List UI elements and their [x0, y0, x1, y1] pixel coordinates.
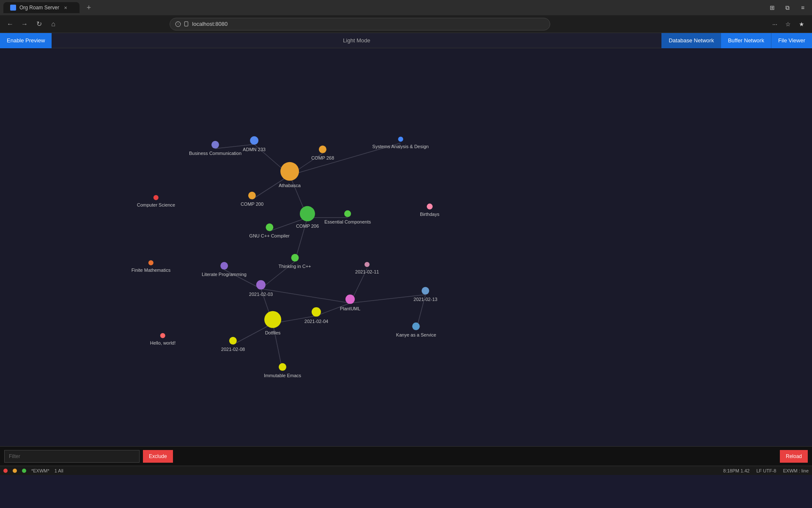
- status-dot-red: [3, 469, 8, 473]
- light-mode-label: Light Mode: [52, 37, 661, 44]
- workspace-name: *EXWM*: [31, 468, 49, 473]
- node-essential-components[interactable]: Essential Components: [324, 210, 371, 225]
- url-display: localhost:8080: [192, 21, 228, 27]
- node-label-athabasca: Athabasca: [279, 182, 301, 188]
- node-circle-gnu-compiler: [266, 224, 273, 231]
- node-circle-2021-02-08: [229, 337, 237, 345]
- node-kanye-service[interactable]: Kanye as a Service: [396, 323, 436, 338]
- tab-close-button[interactable]: ✕: [63, 5, 69, 11]
- node-finite-math[interactable]: Finite Mathematics: [132, 260, 170, 273]
- database-network-button[interactable]: Database Network: [661, 33, 721, 48]
- tab-favicon: [10, 5, 16, 11]
- node-circle-plantuml: [346, 295, 355, 304]
- node-label-comp-200: COMP 200: [241, 201, 263, 207]
- node-circle-systems-analysis: [398, 137, 403, 142]
- node-label-literate-programming: Literate Programming: [202, 271, 247, 277]
- svg-text:i: i: [178, 22, 179, 25]
- back-button[interactable]: ←: [4, 18, 16, 30]
- browser-title-bar: Org Roam Server ✕ + ⊞ ⧉ ≡: [0, 0, 812, 15]
- node-label-essential-components: Essential Components: [324, 219, 371, 225]
- workspace-num: 1 All: [55, 468, 63, 473]
- node-computer-science[interactable]: Computer Science: [137, 195, 176, 208]
- node-circle-birthdays: [427, 204, 433, 210]
- exclude-button[interactable]: Exclude: [143, 450, 173, 463]
- buffer-network-button[interactable]: Buffer Network: [721, 33, 771, 48]
- node-plantuml[interactable]: PlantUML: [340, 295, 360, 312]
- node-circle-2021-02-04: [312, 307, 321, 317]
- node-birthdays[interactable]: Birthdays: [420, 204, 439, 217]
- graph-area: Business CommunicationADMN 233COMP 268Sy…: [0, 48, 812, 446]
- node-thinking-cpp[interactable]: Thinking in C++: [278, 254, 311, 269]
- node-circle-essential-components: [344, 210, 351, 217]
- reload-graph-button[interactable]: Reload: [780, 450, 808, 463]
- node-circle-kanye-service: [412, 323, 420, 330]
- node-2021-02-13[interactable]: 2021-02-13: [414, 287, 437, 302]
- node-systems-analysis[interactable]: Systems Analysis & Design: [372, 137, 428, 149]
- new-tab-button[interactable]: +: [83, 2, 95, 14]
- node-comp-200[interactable]: COMP 200: [241, 192, 263, 207]
- node-admn-233[interactable]: ADMN 233: [243, 136, 266, 152]
- node-label-systems-analysis: Systems Analysis & Design: [372, 144, 428, 149]
- node-2021-02-11[interactable]: 2021-02-11: [355, 262, 379, 275]
- node-label-admn-233: ADMN 233: [243, 146, 266, 152]
- node-athabasca[interactable]: Athabasca: [279, 162, 301, 188]
- node-label-comp-268: COMP 268: [311, 155, 334, 161]
- node-circle-comp-200: [248, 192, 256, 199]
- node-label-comp-206: COMP 206: [296, 223, 319, 229]
- node-circle-2021-02-13: [422, 287, 429, 295]
- window-controls: ⊞ ⧉ ≡: [766, 2, 809, 14]
- node-dotfiles[interactable]: Dotfiles: [264, 311, 281, 336]
- filter-input[interactable]: [4, 450, 140, 463]
- node-circle-business-communication: [211, 141, 219, 149]
- status-bar: *EXWM* 1 All 8:18PM 1.42 LF UTF-8 EXWM :…: [0, 466, 812, 475]
- bookmark-icon[interactable]: ☆: [782, 18, 794, 30]
- node-comp-268[interactable]: COMP 268: [311, 146, 334, 161]
- node-label-computer-science: Computer Science: [137, 202, 176, 208]
- node-circle-2021-02-03: [256, 280, 266, 290]
- window-restore-icon[interactable]: ⧉: [782, 2, 793, 14]
- node-2021-02-04[interactable]: 2021-02-04: [304, 307, 328, 324]
- toolbar-nav-buttons: Database Network Buffer Network File Vie…: [661, 33, 812, 48]
- node-circle-dotfiles: [264, 311, 281, 328]
- mode-display: EXWM : line: [783, 468, 809, 473]
- browser-nav: ← → ↻ ⌂ i localhost:8080 ··· ☆ ★: [0, 15, 812, 33]
- svg-line-15: [261, 289, 350, 303]
- node-2021-02-03[interactable]: 2021-02-03: [249, 280, 273, 297]
- enable-preview-button[interactable]: Enable Preview: [0, 33, 52, 48]
- file-viewer-button[interactable]: File Viewer: [771, 33, 812, 48]
- window-menu-icon[interactable]: ≡: [797, 2, 809, 14]
- node-label-business-communication: Business Communication: [189, 150, 241, 156]
- node-circle-thinking-cpp: [291, 254, 299, 262]
- home-button[interactable]: ⌂: [47, 18, 59, 30]
- node-2021-02-08[interactable]: 2021-02-08: [221, 337, 245, 352]
- node-circle-finite-math: [148, 260, 154, 265]
- node-label-2021-02-13: 2021-02-13: [414, 296, 437, 302]
- app-toolbar: Enable Preview Light Mode Database Netwo…: [0, 33, 812, 48]
- node-literate-programming[interactable]: Literate Programming: [202, 262, 247, 277]
- page-icon: [184, 21, 189, 27]
- reload-button[interactable]: ↻: [33, 18, 45, 30]
- node-circle-admn-233: [250, 136, 258, 145]
- node-label-2021-02-03: 2021-02-03: [249, 291, 273, 297]
- node-immutable-emacs[interactable]: Immutable Emacs: [264, 363, 301, 378]
- more-button[interactable]: ···: [769, 18, 781, 30]
- sidebar-toggle-icon[interactable]: ⊞: [766, 2, 778, 14]
- node-circle-computer-science: [154, 195, 159, 200]
- node-label-2021-02-11: 2021-02-11: [355, 269, 379, 275]
- node-comp-206[interactable]: COMP 206: [296, 206, 319, 229]
- node-business-communication[interactable]: Business Communication: [189, 141, 241, 156]
- node-hello-world[interactable]: Hello, world!: [150, 333, 176, 346]
- star-icon[interactable]: ★: [796, 18, 808, 30]
- status-dot-orange: [13, 469, 17, 473]
- address-bar[interactable]: i localhost:8080: [170, 18, 550, 30]
- forward-button[interactable]: →: [19, 18, 30, 30]
- graph-edges: [0, 48, 812, 446]
- browser-tab[interactable]: Org Roam Server ✕: [3, 2, 80, 13]
- node-label-hello-world: Hello, world!: [150, 340, 176, 346]
- node-label-kanye-service: Kanye as a Service: [396, 332, 436, 338]
- node-gnu-compiler[interactable]: GNU C++ Compiler: [249, 224, 289, 239]
- node-circle-athabasca: [280, 162, 299, 181]
- node-circle-comp-268: [319, 146, 326, 153]
- node-label-2021-02-08: 2021-02-08: [221, 346, 245, 352]
- security-icon: i: [175, 21, 181, 27]
